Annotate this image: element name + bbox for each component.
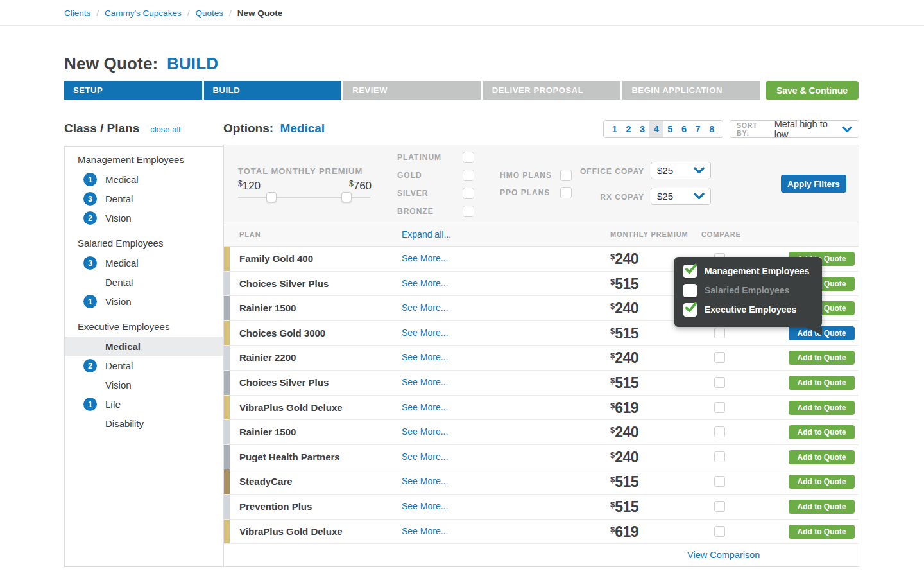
page-7[interactable]: 7 xyxy=(691,121,705,137)
premium-amount: 240 xyxy=(615,450,638,465)
add-to-quote-button[interactable]: Add to Quote xyxy=(789,500,855,514)
compare-checkbox[interactable] xyxy=(714,476,725,487)
compare-checkbox[interactable] xyxy=(714,451,725,462)
tab-build[interactable]: BUILD xyxy=(204,81,342,100)
ppo-plans-checkbox[interactable] xyxy=(560,187,572,198)
premium-min-value: $120 xyxy=(238,179,261,193)
see-more-link[interactable]: See More... xyxy=(402,420,448,444)
popup-item-management-employees[interactable]: Management Employees xyxy=(674,261,822,281)
tab-deliver-proposal[interactable]: DELIVER PROPOSAL xyxy=(483,81,621,100)
filter-row-platinum: PLATINUM xyxy=(397,148,474,166)
tab-begin-application[interactable]: BEGIN APPLICATION xyxy=(622,81,760,100)
sidebar-item-label: Medical xyxy=(105,258,139,268)
sidebar-item-salaried-employees-vision[interactable]: 1Vision xyxy=(65,292,223,311)
sidebar-item-executive-employees-dental[interactable]: 2Dental xyxy=(65,356,223,375)
metal-stripe-silver xyxy=(224,272,230,296)
rx-copay-select[interactable]: $25 xyxy=(651,188,711,205)
class-plans-title: Class / Plans xyxy=(64,121,139,136)
add-to-quote-button[interactable]: Add to Quote xyxy=(789,475,855,489)
see-more-link[interactable]: See More... xyxy=(402,495,448,519)
save-continue-button[interactable]: Save & Continue xyxy=(766,81,859,100)
see-more-link[interactable]: See More... xyxy=(402,520,448,544)
compare-checkbox[interactable] xyxy=(714,377,725,388)
page-4[interactable]: 4 xyxy=(649,121,663,137)
sidebar-item-label: Disability xyxy=(105,418,144,429)
sidebar-item-management-employees-dental[interactable]: 3Dental xyxy=(65,189,223,208)
see-more-link[interactable]: See More... xyxy=(402,396,448,420)
monthly-premium: $515 xyxy=(610,499,638,514)
tab-review[interactable]: REVIEW xyxy=(343,81,481,100)
breadcrumb-link-cammy-s-cupcakes[interactable]: Cammy's Cupcakes xyxy=(105,8,182,18)
page-5[interactable]: 5 xyxy=(663,121,678,137)
currency-symbol: $ xyxy=(610,277,615,286)
add-to-quote-button[interactable]: Add to Quote xyxy=(789,525,855,539)
plan-name: VibraPlus Gold Deluxe xyxy=(239,396,343,420)
compare-checkbox[interactable] xyxy=(714,402,725,413)
page-3[interactable]: 3 xyxy=(635,121,649,137)
breadcrumb-link-clients[interactable]: Clients xyxy=(64,8,90,18)
compare-checkbox[interactable] xyxy=(714,328,725,338)
popup-item-executive-employees[interactable]: Executive Employees xyxy=(674,300,822,319)
currency-symbol: $ xyxy=(610,425,615,435)
page-2[interactable]: 2 xyxy=(622,121,636,137)
page-6[interactable]: 6 xyxy=(677,121,691,137)
sidebar-item-executive-employees-life[interactable]: 1Life xyxy=(65,394,223,414)
popup-item-salaried-employees[interactable]: Salaried Employees xyxy=(674,281,822,300)
add-to-quote-button[interactable]: Add to Quote xyxy=(789,425,855,439)
silver-checkbox[interactable] xyxy=(463,188,474,199)
metal-stripe-gold xyxy=(224,321,230,346)
compare-checkbox[interactable] xyxy=(714,501,725,512)
platinum-checkbox[interactable] xyxy=(463,152,474,163)
plan-row: Prevention PlusSee More...$515Add to Quo… xyxy=(224,495,859,520)
see-more-link[interactable]: See More... xyxy=(402,247,448,271)
view-comparison-link[interactable]: View Comparison xyxy=(687,544,760,566)
gold-checkbox[interactable] xyxy=(463,170,474,181)
sidebar-item-executive-employees-medical[interactable]: Medical xyxy=(65,337,223,356)
see-more-link[interactable]: See More... xyxy=(402,469,448,494)
sidebar-item-executive-employees-disability[interactable]: Disability xyxy=(65,414,223,433)
breadcrumb-link-quotes[interactable]: Quotes xyxy=(195,8,223,18)
see-more-link[interactable]: See More... xyxy=(402,346,448,370)
see-more-link[interactable]: See More... xyxy=(402,296,448,320)
expand-all-link[interactable]: Expand all... xyxy=(402,222,451,247)
page-1[interactable]: 1 xyxy=(608,121,622,137)
premium-slider-handle-max[interactable] xyxy=(341,192,352,202)
premium-slider-handle-min[interactable] xyxy=(266,192,277,202)
tab-setup[interactable]: SETUP xyxy=(64,81,202,100)
compare-checkbox[interactable] xyxy=(714,526,725,537)
see-more-link[interactable]: See More... xyxy=(402,272,448,296)
apply-filters-button[interactable]: Apply Filters xyxy=(781,175,846,193)
plan-name: Puget Health Partners xyxy=(239,445,340,469)
compare-checkbox[interactable] xyxy=(714,352,725,363)
sort-value: Metal high to low xyxy=(774,119,842,139)
filter-row-gold: GOLD xyxy=(397,166,474,184)
close-all-link[interactable]: close all xyxy=(150,125,180,134)
page-title-prefix: New Quote: xyxy=(64,54,158,73)
sidebar-item-executive-employees-vision[interactable]: Vision xyxy=(65,375,223,394)
sort-dropdown[interactable]: SORT BY: Metal high to low xyxy=(730,120,859,138)
premium-amount: 240 xyxy=(615,425,638,440)
office-copay-select[interactable]: $25 xyxy=(651,162,711,179)
metal-stripe-silver xyxy=(224,420,230,444)
unchecked-checkbox[interactable] xyxy=(683,284,697,297)
count-badge-empty xyxy=(83,340,97,353)
sidebar-item-salaried-employees-medical[interactable]: 3Medical xyxy=(65,253,223,272)
add-to-quote-button[interactable]: Add to Quote xyxy=(789,450,855,464)
sidebar-item-salaried-employees-dental[interactable]: Dental xyxy=(65,272,223,292)
see-more-link[interactable]: See More... xyxy=(402,321,448,346)
checked-checkbox[interactable] xyxy=(683,303,697,317)
page-8[interactable]: 8 xyxy=(705,121,719,137)
add-to-quote-button[interactable]: Add to Quote xyxy=(789,401,855,415)
see-more-link[interactable]: See More... xyxy=(402,445,448,469)
add-to-quote-button[interactable]: Add to Quote xyxy=(789,376,855,390)
checked-checkbox[interactable] xyxy=(683,265,697,278)
add-to-quote-button[interactable]: Add to Quote xyxy=(789,351,855,365)
see-more-link[interactable]: See More... xyxy=(402,371,448,395)
hmo-plans-checkbox[interactable] xyxy=(560,170,572,181)
table-header: PLAN Expand all... MONTHLY PREMIUM COMPA… xyxy=(224,222,859,247)
currency-symbol: $ xyxy=(610,401,615,410)
sidebar-item-management-employees-vision[interactable]: 2Vision xyxy=(65,208,223,227)
compare-checkbox[interactable] xyxy=(714,426,725,437)
sidebar-item-management-employees-medical[interactable]: 1Medical xyxy=(65,170,223,189)
bronze-checkbox[interactable] xyxy=(463,206,474,217)
